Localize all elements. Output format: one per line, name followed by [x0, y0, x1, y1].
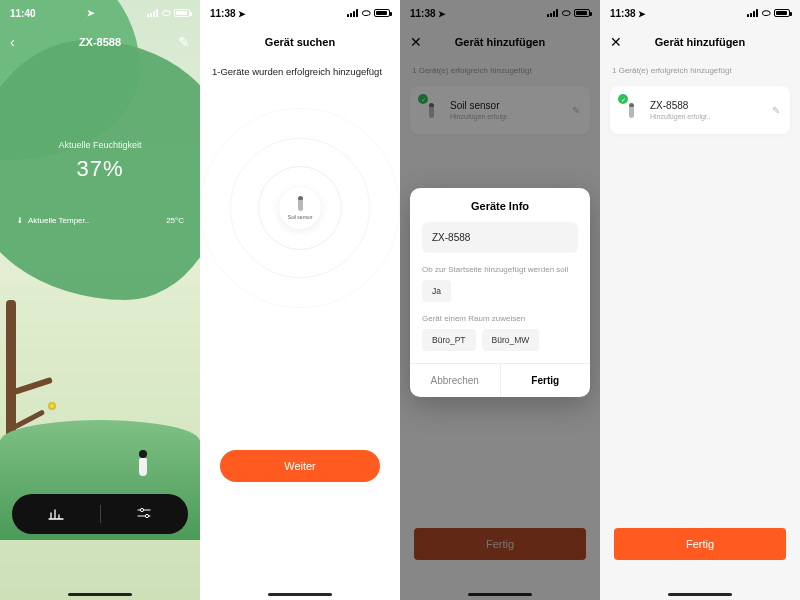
device-info-dialog: Geräte Info ZX-8588 Ob zur Startseite hi… [410, 188, 590, 397]
status-time: 11:38 [210, 8, 236, 19]
dialog-cancel-button[interactable]: Abbrechen [410, 364, 501, 397]
homepage-toggle-value[interactable]: Ja [422, 280, 451, 302]
wifi-icon: ⬭ [362, 8, 371, 18]
device-chip-label: Soil sensor [288, 214, 313, 220]
edit-button[interactable]: ✎ [178, 26, 190, 58]
back-button[interactable]: ‹ [10, 26, 15, 58]
wifi-icon: ⬭ [762, 8, 771, 18]
close-button[interactable]: ✕ [610, 26, 622, 58]
battery-icon [174, 9, 190, 17]
status-bar: 11:40➤ ⬭ [0, 0, 200, 26]
room-option[interactable]: Büro_MW [482, 329, 540, 351]
wifi-icon: ⬭ [162, 8, 171, 18]
home-indicator[interactable] [468, 593, 532, 596]
location-icon: ➤ [238, 9, 246, 19]
battery-icon [374, 9, 390, 17]
status-time: 11:38 [410, 8, 436, 19]
page-title: Gerät suchen [265, 36, 335, 48]
signal-icon [147, 9, 159, 17]
close-button[interactable]: ✕ [410, 26, 422, 58]
done-button[interactable]: Fertig [614, 528, 786, 560]
screen-add-device-dialog: 11:38 ➤ ⬭ ✕ Gerät hinzufügen 1 Gerät(e) … [400, 0, 600, 600]
battery-icon [774, 9, 790, 17]
screen-add-device-done: 11:38 ➤ ⬭ ✕ Gerät hinzufügen 1 Gerät(e) … [600, 0, 800, 600]
location-icon: ➤ [87, 8, 95, 18]
chart-icon [48, 506, 64, 523]
signal-icon [747, 9, 759, 17]
page-title: ZX-8588 [79, 36, 121, 48]
found-count-text: 1-Geräte wurden erfolgreich hinzugefügt [212, 66, 382, 77]
success-badge-icon: ✓ [618, 94, 628, 104]
signal-icon [347, 9, 359, 17]
sensor-icon [629, 103, 634, 118]
status-bar: 11:38 ➤ ⬭ [600, 0, 800, 26]
humidity-value: 37% [0, 156, 200, 182]
toolbar-pill [12, 494, 188, 534]
stats-button[interactable] [12, 506, 100, 523]
screen-search-device: 11:38 ➤ ⬭ Gerät suchen 1-Geräte wurden e… [200, 0, 400, 600]
device-card[interactable]: ✓ ZX-8588Hinzufügen erfolgr.. ✎ [610, 86, 790, 134]
homepage-toggle-label: Ob zur Startseite hinzugefügt werden sol… [422, 265, 578, 274]
temperature-label: Aktuelle Temper.. [28, 216, 89, 225]
page-title: Gerät hinzufügen [655, 36, 745, 48]
edit-device-button[interactable]: ✎ [772, 105, 780, 116]
home-indicator[interactable] [68, 593, 132, 596]
signal-icon [547, 9, 559, 17]
radar-illustration: Soil sensor [200, 108, 400, 308]
location-icon: ➤ [438, 9, 446, 19]
device-name-input[interactable]: ZX-8588 [422, 222, 578, 253]
dialog-done-button[interactable]: Fertig [501, 364, 591, 397]
page-title: Gerät hinzufügen [455, 36, 545, 48]
dialog-title: Geräte Info [422, 200, 578, 212]
device-name: ZX-8588 [650, 100, 764, 111]
room-assign-label: Gerät einem Raum zuweisen [422, 314, 578, 323]
sensor-illustration [138, 450, 148, 476]
wifi-icon: ⬭ [562, 8, 571, 18]
battery-icon [574, 9, 590, 17]
temperature-value: 25°C [166, 216, 184, 225]
home-indicator[interactable] [668, 593, 732, 596]
status-bar: 11:38 ➤ ⬭ [200, 0, 400, 26]
status-time: 11:40 [10, 8, 36, 19]
home-indicator[interactable] [268, 593, 332, 596]
location-icon: ➤ [638, 9, 646, 19]
room-option[interactable]: Büro_PT [422, 329, 476, 351]
found-device-chip[interactable]: Soil sensor [279, 187, 321, 229]
svg-point-0 [141, 508, 144, 511]
humidity-label: Aktuelle Feuchtigkeit [0, 140, 200, 150]
status-time: 11:38 [610, 8, 636, 19]
svg-point-1 [146, 514, 149, 517]
sensor-icon [298, 196, 303, 211]
sliders-icon [136, 506, 152, 523]
next-button[interactable]: Weiter [220, 450, 380, 482]
device-status: Hinzufügen erfolgr.. [650, 113, 764, 120]
added-count-text: 1 Gerät(e) erfolgreich hinzugefügt [612, 66, 732, 75]
screen-device-overview: 11:40➤ ⬭ ‹ ZX-8588 ✎ Aktuelle Feuchtigke… [0, 0, 200, 600]
status-bar: 11:38 ➤ ⬭ [400, 0, 600, 26]
settings-button[interactable] [101, 506, 189, 523]
thermometer-icon: 🌡 [16, 216, 24, 225]
